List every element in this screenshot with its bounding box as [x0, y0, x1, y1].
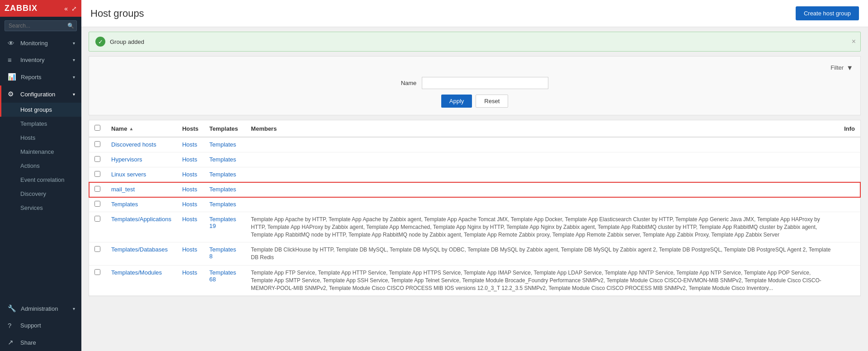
sidebar-item-label: Monitoring — [20, 40, 68, 47]
create-host-group-button[interactable]: Create host group — [796, 6, 859, 20]
row-checkbox-cell — [89, 197, 106, 212]
row-name-cell: Hypervisors — [106, 152, 177, 167]
table-row: Templates/ModulesHostsTemplates 68Templa… — [89, 265, 860, 295]
sidebar-header: ZABBIX « ⤢ — [0, 0, 81, 17]
row-checkbox[interactable] — [94, 156, 100, 162]
table-row: mail_testHostsTemplates — [89, 182, 860, 197]
row-hosts-link[interactable]: Hosts — [182, 141, 197, 148]
row-name-link[interactable]: Templates — [111, 201, 138, 208]
row-checkbox[interactable] — [94, 171, 100, 177]
row-templates-link[interactable]: Templates 8 — [209, 246, 236, 260]
sidebar-item-reports[interactable]: 📊 Reports ▾ — [0, 68, 81, 85]
row-checkbox[interactable] — [94, 141, 100, 147]
row-hosts-cell: Hosts — [177, 197, 204, 212]
expand-icon[interactable]: ⤢ — [71, 5, 77, 12]
table-section: Name ▲ Hosts Templates Members Info Disc… — [89, 120, 861, 296]
row-templates-link[interactable]: Templates 68 — [209, 269, 236, 283]
row-templates-link[interactable]: Templates — [209, 201, 236, 208]
sidebar-item-share[interactable]: ↗ Share — [0, 334, 81, 351]
row-checkbox[interactable] — [94, 216, 100, 222]
sidebar-item-monitoring[interactable]: 👁 Monitoring ▾ — [0, 35, 81, 52]
row-members-cell: Template DB ClickHouse by HTTP, Template… — [245, 242, 839, 266]
row-templates-link[interactable]: Templates — [209, 156, 236, 163]
table-header-name[interactable]: Name ▲ — [106, 120, 177, 137]
row-checkbox-cell — [89, 182, 106, 197]
sidebar-subitem-discovery[interactable]: Discovery — [0, 187, 81, 201]
row-hosts-link[interactable]: Hosts — [182, 216, 197, 223]
row-name-link[interactable]: Templates/Modules — [111, 269, 162, 276]
sidebar-item-label: Reports — [21, 74, 68, 81]
filter-name-label: Name — [401, 80, 417, 86]
row-checkbox-cell — [89, 167, 106, 182]
row-checkbox[interactable] — [94, 201, 100, 207]
row-templates-cell: Templates — [204, 152, 245, 167]
row-hosts-link[interactable]: Hosts — [182, 171, 197, 178]
row-name-cell: Templates/Databases — [106, 242, 177, 266]
row-templates-link[interactable]: Templates 19 — [209, 216, 236, 229]
filter-name-input[interactable] — [422, 77, 548, 89]
sidebar-subitem-event-correlation[interactable]: Event correlation — [0, 173, 81, 187]
row-info-cell — [839, 137, 860, 152]
row-name-link[interactable]: mail_test — [111, 186, 135, 193]
success-icon: ✓ — [95, 37, 105, 47]
chevron-down-icon: ▾ — [73, 57, 75, 62]
row-name-link[interactable]: Hypervisors — [111, 156, 142, 163]
table-row: Discovered hostsHostsTemplates — [89, 137, 860, 152]
chevron-down-icon: ▾ — [73, 306, 75, 311]
row-info-cell — [839, 242, 860, 266]
row-checkbox[interactable] — [94, 269, 100, 275]
row-checkbox[interactable] — [94, 186, 100, 192]
row-name-link[interactable]: Templates/Applications — [111, 216, 171, 223]
row-info-cell — [839, 197, 860, 212]
sidebar-subitem-templates[interactable]: Templates — [0, 117, 81, 131]
page-title: Host groups — [90, 8, 144, 19]
reports-icon: 📊 — [8, 73, 16, 81]
row-hosts-link[interactable]: Hosts — [182, 156, 197, 163]
row-hosts-link[interactable]: Hosts — [182, 269, 197, 276]
sidebar-subitem-maintenance[interactable]: Maintenance — [0, 145, 81, 159]
collapse-icon[interactable]: « — [64, 5, 68, 12]
sidebar-item-configuration[interactable]: ⚙ Configuration ▾ — [0, 85, 81, 103]
table-row: Templates/ApplicationsHostsTemplates 19T… — [89, 212, 860, 242]
row-hosts-link[interactable]: Hosts — [182, 246, 197, 253]
sidebar-subitem-hosts[interactable]: Hosts — [0, 131, 81, 145]
row-hosts-cell: Hosts — [177, 137, 204, 152]
alert-close-button[interactable]: × — [852, 38, 856, 46]
row-hosts-link[interactable]: Hosts — [182, 186, 197, 193]
table-row: TemplatesHostsTemplates — [89, 197, 860, 212]
select-all-checkbox[interactable] — [94, 125, 100, 131]
search-input[interactable] — [5, 20, 77, 31]
row-info-cell — [839, 265, 860, 295]
row-name-link[interactable]: Discovered hosts — [111, 141, 156, 148]
reset-button[interactable]: Reset — [476, 95, 508, 108]
row-hosts-cell: Hosts — [177, 152, 204, 167]
row-name-link[interactable]: Templates/Databases — [111, 246, 168, 253]
sidebar-item-administration[interactable]: 🔧 Administration ▾ — [0, 300, 81, 317]
row-hosts-link[interactable]: Hosts — [182, 201, 197, 208]
row-hosts-cell: Hosts — [177, 167, 204, 182]
sidebar-subitem-actions[interactable]: Actions — [0, 159, 81, 173]
sidebar-item-label: Administration — [21, 305, 68, 312]
row-templates-link[interactable]: Templates — [209, 141, 236, 148]
sidebar-subitem-services[interactable]: Services — [0, 201, 81, 215]
row-templates-cell: Templates — [204, 182, 245, 197]
row-info-cell — [839, 152, 860, 167]
sidebar-item-inventory[interactable]: ≡ Inventory ▾ — [0, 52, 81, 68]
sidebar-item-support[interactable]: ? Support — [0, 317, 81, 334]
share-icon: ↗ — [8, 338, 16, 346]
sidebar: ZABBIX « ⤢ 🔍 👁 Monitoring ▾ ≡ Inventory … — [0, 0, 81, 351]
row-name-cell: Templates/Applications — [106, 212, 177, 242]
sidebar-item-label: Support — [20, 322, 75, 329]
row-members-cell — [245, 167, 839, 182]
row-templates-link[interactable]: Templates — [209, 186, 236, 193]
row-checkbox-cell — [89, 265, 106, 295]
sidebar-subitem-host-groups[interactable]: Host groups — [0, 103, 81, 117]
row-templates-link[interactable]: Templates — [209, 171, 236, 178]
row-members-cell — [245, 182, 839, 197]
sidebar-subitem-label: Discovery — [20, 190, 46, 197]
row-checkbox[interactable] — [94, 246, 100, 252]
table-row: Templates/DatabasesHostsTemplates 8Templ… — [89, 242, 860, 266]
apply-button[interactable]: Apply — [441, 95, 472, 108]
row-members-cell: Template App Apache by HTTP, Template Ap… — [245, 212, 839, 242]
row-name-link[interactable]: Linux servers — [111, 171, 146, 178]
